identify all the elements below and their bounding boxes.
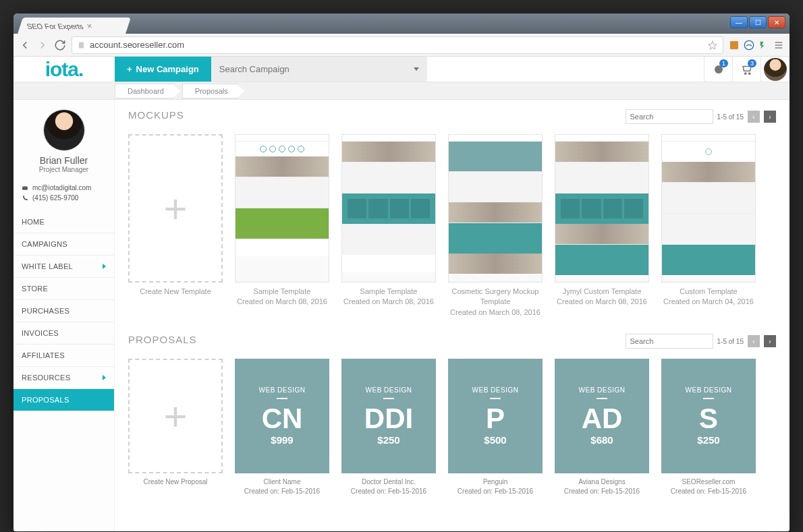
template-card[interactable] bbox=[448, 134, 543, 283]
back-icon[interactable] bbox=[19, 39, 31, 51]
proposal-category: WEB DESIGN bbox=[259, 386, 306, 394]
template-meta: Created on March 08, 2016 bbox=[555, 297, 649, 307]
svg-point-7 bbox=[744, 72, 746, 73]
plus-icon: + bbox=[163, 185, 187, 232]
extension-icon[interactable] bbox=[729, 40, 740, 51]
app-header: iota. + New Campaign 1 3 bbox=[13, 57, 790, 82]
chevron-down-icon bbox=[414, 67, 419, 71]
proposals-next-button[interactable]: › bbox=[764, 335, 776, 347]
extension-icon[interactable] bbox=[758, 40, 769, 51]
template-card[interactable] bbox=[235, 134, 329, 283]
sidebar: Brian Fuller Project Manager mc@iotadigi… bbox=[13, 100, 115, 531]
svg-point-8 bbox=[748, 72, 750, 73]
proposal-code: S bbox=[699, 403, 718, 434]
search-campaign-input[interactable] bbox=[219, 64, 419, 74]
profile-block: Brian Fuller Project Manager bbox=[13, 100, 114, 180]
sidebar-item-white-label[interactable]: WHITE LABEL bbox=[13, 256, 114, 278]
plus-icon: + bbox=[127, 64, 132, 74]
sidebar-item-home[interactable]: HOME bbox=[13, 211, 114, 233]
chevron-right-icon bbox=[103, 375, 106, 380]
proposal-category: WEB DESIGN bbox=[686, 386, 732, 394]
proposals-prev-button[interactable]: ‹ bbox=[748, 335, 760, 347]
proposal-client: Penguin bbox=[448, 477, 543, 487]
mockups-section: MOCKUPS 1-5 of 15 ‹ › + Create New Templ… bbox=[128, 109, 776, 318]
close-tab-icon[interactable]: × bbox=[86, 21, 94, 31]
proposals-search-input[interactable] bbox=[626, 334, 713, 349]
user-role: Project Manager bbox=[13, 166, 114, 173]
mail-icon bbox=[22, 185, 28, 191]
create-proposal-button[interactable]: + bbox=[128, 359, 223, 473]
proposal-price: $250 bbox=[377, 434, 399, 446]
new-campaign-button[interactable]: + New Campaign bbox=[115, 57, 211, 82]
search-campaign-dropdown[interactable] bbox=[211, 57, 427, 82]
proposals-section: PROPOSALS 1-5 of 15 ‹ › + Create New Pro… bbox=[128, 334, 776, 496]
proposal-client: Client Name bbox=[235, 477, 329, 487]
sidebar-item-campaigns[interactable]: CAMPAIGNS bbox=[13, 233, 114, 256]
mockups-search-input[interactable] bbox=[626, 109, 713, 124]
extension-icon[interactable] bbox=[744, 40, 754, 51]
phone-icon bbox=[22, 195, 28, 202]
cart-badge: 3 bbox=[748, 59, 756, 67]
extension-icons bbox=[729, 40, 784, 51]
proposal-category: WEB DESIGN bbox=[579, 386, 626, 394]
proposal-code: CN bbox=[262, 403, 303, 434]
proposal-card[interactable]: WEB DESIGN P $500 bbox=[448, 359, 543, 473]
create-proposal-label: Create New Proposal bbox=[128, 477, 223, 487]
crumb-proposals[interactable]: Proposals bbox=[182, 84, 238, 98]
template-card[interactable] bbox=[555, 134, 649, 283]
sidebar-item-affiliates[interactable]: AFFILIATES bbox=[13, 345, 114, 367]
user-phone: (415) 625-9700 bbox=[32, 194, 78, 202]
sidebar-item-proposals[interactable]: PROPOSALS bbox=[13, 389, 114, 411]
mockups-prev-button[interactable]: ‹ bbox=[748, 111, 760, 123]
window-maximize-button[interactable]: ☐ bbox=[749, 16, 767, 28]
mockups-next-button[interactable]: › bbox=[764, 111, 776, 123]
cart-button[interactable]: 3 bbox=[733, 57, 761, 82]
proposal-card[interactable]: WEB DESIGN CN $999 bbox=[235, 359, 329, 473]
sidebar-item-purchases[interactable]: PURCHASES bbox=[13, 300, 114, 322]
sidebar-item-invoices[interactable]: INVOICES bbox=[13, 322, 114, 345]
template-meta: Created on March 08, 2016 bbox=[235, 297, 329, 307]
proposal-card[interactable]: WEB DESIGN S $250 bbox=[661, 359, 756, 473]
browser-tab[interactable]: SEO For Experts × bbox=[18, 18, 131, 34]
proposal-meta: Created on: Feb-15-2016 bbox=[341, 487, 436, 496]
create-template-button[interactable]: + bbox=[128, 134, 223, 283]
template-meta: Created on March 04, 2016 bbox=[661, 297, 756, 307]
window-close-button[interactable]: ✕ bbox=[768, 16, 785, 28]
plus-icon: + bbox=[163, 393, 187, 440]
sidebar-item-store[interactable]: STORE bbox=[13, 278, 114, 300]
forward-icon[interactable] bbox=[36, 39, 49, 51]
crumb-dashboard[interactable]: Dashboard bbox=[115, 84, 174, 98]
user-name: Brian Fuller bbox=[13, 155, 114, 166]
menu-icon[interactable] bbox=[773, 40, 784, 51]
star-icon[interactable] bbox=[708, 40, 717, 50]
template-meta: Created on March 08, 2016 bbox=[341, 297, 436, 307]
notifications-button[interactable]: 1 bbox=[704, 57, 733, 82]
svg-rect-5 bbox=[775, 47, 783, 48]
proposal-client: SEOReseller.com bbox=[661, 477, 756, 487]
avatar bbox=[764, 58, 787, 81]
chevron-right-icon bbox=[103, 264, 106, 269]
window-minimize-button[interactable]: — bbox=[730, 16, 748, 28]
proposal-code: AD bbox=[582, 403, 623, 434]
template-card[interactable] bbox=[661, 134, 756, 283]
sidebar-nav: HOME CAMPAIGNS WHITE LABEL STORE PURCHAS… bbox=[13, 211, 114, 411]
template-card[interactable] bbox=[341, 134, 436, 283]
template-title: Cosmetic Surgery Mockup Template bbox=[448, 287, 543, 307]
reload-icon[interactable] bbox=[54, 39, 66, 51]
svg-rect-1 bbox=[730, 41, 738, 49]
new-campaign-label: New Campaign bbox=[136, 64, 199, 74]
svg-rect-3 bbox=[775, 42, 783, 42]
proposal-meta: Created on: Feb-15-2016 bbox=[661, 487, 756, 496]
user-email: mc@iotadigital.com bbox=[32, 184, 91, 191]
user-avatar-button[interactable] bbox=[761, 57, 790, 82]
template-title: Sample Template bbox=[341, 287, 436, 297]
proposal-category: WEB DESIGN bbox=[366, 386, 412, 394]
proposal-card[interactable]: WEB DESIGN DDI $250 bbox=[341, 359, 436, 473]
proposal-code: DDI bbox=[364, 403, 413, 434]
sidebar-item-resources[interactable]: RESOURCES bbox=[13, 367, 114, 389]
proposal-card[interactable]: WEB DESIGN AD $680 bbox=[555, 359, 649, 473]
url-input[interactable]: account.seoreseller.com bbox=[72, 36, 723, 54]
proposal-price: $680 bbox=[590, 434, 613, 446]
proposal-code: P bbox=[486, 403, 505, 434]
logo[interactable]: iota. bbox=[13, 57, 115, 82]
